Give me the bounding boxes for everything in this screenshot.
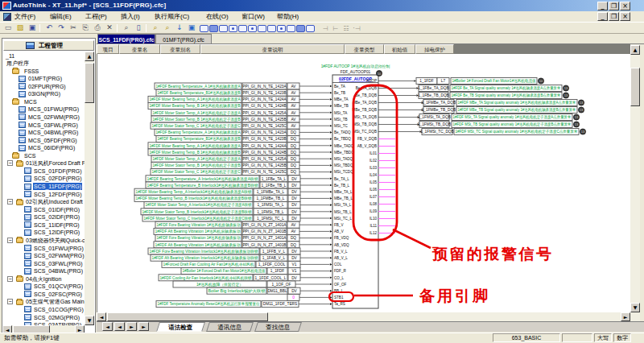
tree-item[interactable]: SCS_02MG(PRG)	[33, 314, 80, 321]
tree-item[interactable]: MCS_01FWU(PRG)	[27, 105, 80, 113]
tree-item[interactable]: SCS_01FWU(PRG)	[33, 245, 85, 252]
canvas-vertical-scrollbar-thumb[interactable]	[630, 68, 640, 106]
monitor-icon[interactable]: ▣	[186, 23, 197, 33]
tree-expand-toggle[interactable]: −	[7, 276, 13, 282]
menu-F[interactable]: 文件(F)	[14, 12, 35, 22]
output-tab-3[interactable]: 查找信息	[254, 322, 302, 332]
tree-item[interactable]: SCS_01FDF(PRG)	[33, 167, 83, 175]
tree-expand-toggle[interactable]: −	[7, 299, 13, 304]
tree-vertical-scrollbar-thumb[interactable]	[85, 63, 94, 103]
tree-item[interactable]: 05主煤气管道Gas Main T	[25, 298, 85, 305]
last-sheet-button[interactable]: ►	[138, 322, 149, 331]
tree-item[interactable]: 02引风机Induced Draft	[25, 198, 84, 205]
tree-item[interactable]: MCS_04BWL(PRG)	[27, 129, 79, 136]
tree-item[interactable]: SCS	[23, 152, 36, 159]
zoom-out-icon[interactable]: ⌕	[162, 23, 173, 33]
fb-tool-icon-4[interactable]	[229, 25, 237, 32]
redo-icon[interactable]: ↷	[56, 23, 67, 33]
tree-item[interactable]: SCS_03FWL(PRG)	[33, 260, 84, 267]
tree-expand-toggle[interactable]: −	[7, 199, 13, 205]
fb-tool-icon-10[interactable]	[287, 25, 295, 32]
tree-item[interactable]: SCS_01IDF(PRG)	[33, 206, 80, 213]
fb-tool-icon-1[interactable]	[200, 25, 208, 32]
tree-item[interactable]: MCS	[23, 98, 38, 105]
close-button[interactable]: ×	[620, 2, 630, 10]
tree-item[interactable]: MCS_05FDF(PRG)	[27, 137, 78, 144]
menu-E[interactable]: 编辑(E)	[50, 12, 72, 22]
save-icon[interactable]: ▣	[27, 23, 38, 33]
document-tab-2[interactable]: 01MFT(PRG).cfc	[155, 34, 212, 44]
tree-item[interactable]: SCS_11IDF(PRG)	[33, 221, 80, 229]
close-button[interactable]: ×	[620, 12, 630, 21]
tree-expand-toggle[interactable]: −	[7, 160, 13, 166]
tree-item[interactable]: 01MFT(PRG)	[27, 75, 63, 82]
tree-item[interactable]: 用户程序	[6, 60, 30, 67]
restore-button[interactable]: ❐	[609, 2, 619, 10]
minimize-button[interactable]: _	[597, 12, 608, 21]
tree-item[interactable]: SCS_04BWL(PRG)	[33, 267, 84, 275]
print-preview-icon[interactable]: ▯	[133, 23, 144, 33]
fb-tool-icon-8[interactable]	[267, 25, 276, 32]
delete-icon[interactable]: ✕	[104, 23, 115, 33]
fb-tool-icon-11[interactable]	[296, 25, 305, 32]
tree-item[interactable]: SCS_02IDF(PRG)	[33, 213, 80, 221]
tree-scroll-down-button[interactable]: ▼	[85, 316, 94, 325]
tree-item[interactable]: _11	[5, 52, 15, 60]
copy-icon[interactable]: ⎘	[80, 23, 91, 33]
tree-item[interactable]: MCS_02FWM(PRG)	[27, 114, 80, 121]
tree-item[interactable]: FSSS	[23, 68, 39, 75]
undo-icon[interactable]: ↶	[43, 23, 55, 33]
output-tab-2[interactable]: 通讯信息	[206, 322, 254, 332]
fb-tool-icon-5[interactable]	[238, 25, 247, 32]
menu-P[interactable]: 工程(P)	[85, 12, 107, 22]
tree-item[interactable]: SCS_11FDF(PRG)	[33, 183, 82, 190]
menu-O[interactable]: 在线(O)	[206, 12, 229, 22]
canvas-scroll-up-button[interactable]: ▲	[630, 45, 640, 55]
tree-item[interactable]: SCS_01QCV(PRG)	[33, 283, 84, 290]
tree-item[interactable]: SCS_02FWM(PRG)	[33, 252, 85, 259]
tree-item[interactable]: SCS_02FDF(PRG)	[33, 175, 83, 182]
output-tab-1[interactable]: 语法检查	[156, 322, 205, 332]
tree-item[interactable]: 04点火Ignition	[25, 275, 62, 283]
document-system-icon[interactable]	[3, 13, 11, 21]
download-icon[interactable]: ↓	[174, 23, 185, 33]
tree-item[interactable]: MCS_06IDF(PRG)	[27, 144, 76, 151]
fb-tool-icon-7[interactable]	[258, 25, 266, 32]
canvas-scroll-down-button[interactable]: ▼	[630, 303, 640, 312]
cut-icon[interactable]: ✂	[68, 23, 79, 33]
zoom-in-icon[interactable]: ⌕	[150, 23, 161, 33]
fb-tool-icon-2[interactable]	[209, 25, 218, 32]
tree-scroll-up-button[interactable]: ▲	[85, 52, 94, 61]
canvas-scroll-right-button[interactable]: ►	[621, 312, 630, 321]
fb-tool-icon-12[interactable]	[306, 25, 315, 32]
open-folder-icon[interactable]: ▨	[14, 23, 26, 33]
menu-W[interactable]: 窗口(W)	[242, 12, 265, 22]
tree-item[interactable]: 03燃烧器快关阀Quick-cl	[25, 237, 85, 244]
app-icon[interactable]	[2, 2, 11, 10]
cfc-diagram-canvas[interactable]: 1#FDF Bearing Temperature_A 1#送风机轴承温度APP…	[97, 54, 630, 312]
next-sheet-button[interactable]: ►	[126, 322, 137, 331]
fb-tool-icon-9[interactable]	[277, 25, 286, 32]
restore-button[interactable]: ❐	[609, 12, 619, 21]
tree-item[interactable]: SCS_02FSC(PRG)	[33, 291, 83, 298]
menu-C[interactable]: 执行顺序(C)	[155, 12, 189, 22]
fb-tool-icon-6[interactable]	[248, 25, 257, 32]
first-sheet-button[interactable]: ◄	[102, 322, 113, 331]
prev-sheet-button[interactable]: ◄	[114, 322, 125, 331]
minimize-button[interactable]: _	[597, 2, 608, 10]
find-icon[interactable]: ⌕	[121, 23, 132, 33]
tree-item[interactable]: SCS_12IDF(PRG)	[33, 229, 80, 236]
document-tab-1[interactable]: SCS_11FDF(PRG).cfc	[97, 34, 155, 44]
fb-tool-icon-3[interactable]	[219, 25, 228, 32]
menu-I[interactable]: 插入(I)	[121, 12, 140, 22]
canvas-horizontal-scrollbar-thumb[interactable]	[107, 312, 268, 321]
tree-item[interactable]: MCS_03FWL(PRG)	[27, 122, 79, 129]
tree-item[interactable]: 03IGN(PRG)	[27, 90, 61, 97]
tree-item[interactable]: 02FPUR(PRG)	[27, 83, 67, 90]
tree-item[interactable]: 01送风机Forced Draft F	[25, 159, 85, 167]
tree-item[interactable]: SCS_01COG(PRG)	[33, 306, 85, 313]
tree-item[interactable]: SCS_12FDF(PRG)	[33, 191, 83, 198]
paste-icon[interactable]: ⎙	[92, 23, 103, 33]
new-file-icon[interactable]: ▭	[2, 23, 14, 33]
menu-H[interactable]: 帮助(H)	[277, 12, 299, 22]
